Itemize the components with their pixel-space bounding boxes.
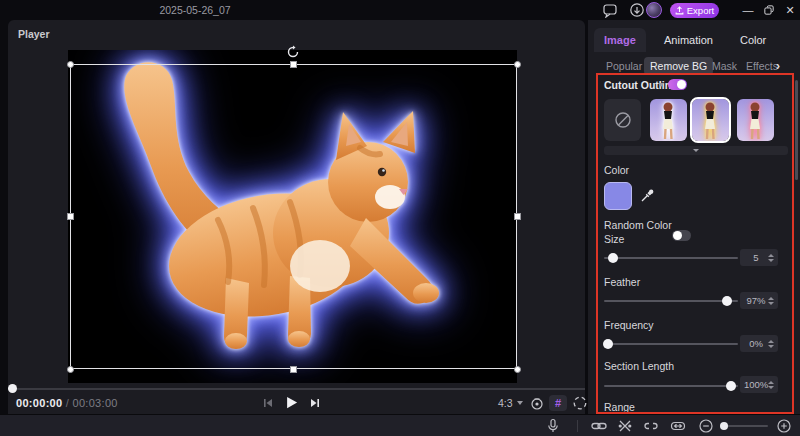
timecode: 00:00:00 / 00:03:00 [16,397,118,409]
size-slider[interactable] [604,253,738,263]
minimize-button[interactable]: — [740,2,756,18]
fullscreen-icon[interactable] [572,395,588,411]
previous-frame-icon[interactable] [262,397,274,409]
zoom-in-icon[interactable] [776,418,792,434]
frequency-slider[interactable] [604,339,738,349]
selection-handle-bottom-right[interactable] [514,366,521,373]
selection-handle-middle-left[interactable] [67,213,74,220]
cutout-caret-icon[interactable] [658,83,664,87]
filmora-window: 2025-05-26_07 Export — ✕ Player [0,0,800,436]
player-panel: Player [8,20,585,414]
export-upload-icon [675,6,684,15]
subtabs-scroll-right-icon[interactable]: › [776,59,780,73]
color-swatch[interactable] [604,182,632,210]
tab-color[interactable]: Color [730,28,776,52]
outline-preset-white[interactable] [650,99,687,141]
presets-expand-bar[interactable] [604,146,788,155]
subtab-popular[interactable]: Popular [600,57,648,75]
size-value-box[interactable]: 5 [740,249,778,266]
section-length-value: 100% [744,379,768,390]
grid-icon[interactable]: # [549,395,567,411]
timeline-zoom-knob[interactable] [720,422,728,430]
link-icon[interactable] [591,418,607,434]
export-button[interactable]: Export [670,3,719,18]
timecode-current: 00:00:00 [16,397,62,409]
close-button[interactable]: ✕ [782,2,798,18]
size-value: 5 [744,252,768,263]
frequency-stepper-icons[interactable] [768,340,774,348]
tab-image[interactable]: Image [594,28,646,52]
aspect-ratio-selector[interactable]: 4:3 [498,397,523,409]
frequency-value-box[interactable]: 0% [740,335,778,352]
eyedropper-icon[interactable] [640,187,656,203]
snapshot-icon[interactable] [529,395,545,411]
project-title: 2025-05-26_07 [100,4,290,16]
feather-value-box[interactable]: 97% [740,292,778,309]
frequency-label: Frequency [604,319,654,331]
subtab-mask[interactable]: Mask [706,57,743,75]
microphone-icon[interactable] [545,418,561,434]
title-bar: 2025-05-26_07 Export — ✕ [0,0,800,20]
timecode-separator: / [66,397,69,409]
seek-bar[interactable] [8,388,585,390]
zoom-out-icon[interactable] [698,418,714,434]
selection-handle-top-left[interactable] [67,61,74,68]
tab-animation[interactable]: Animation [654,28,723,52]
play-icon[interactable] [284,395,299,410]
size-label: Size [604,233,624,245]
panel-scrollbar[interactable] [795,80,798,180]
download-icon[interactable] [629,2,645,18]
bottom-toolbar [0,414,800,436]
section-length-value-box[interactable]: 100% [740,376,778,393]
subtab-remove-bg[interactable]: Remove BG [644,57,713,75]
color-label: Color [604,164,629,176]
none-icon [613,110,633,130]
selection-handle-top-center[interactable] [290,61,297,68]
feather-value: 97% [744,295,768,306]
cat-with-glow-outline [68,50,517,383]
timecode-total: 00:03:00 [73,397,118,409]
preview-canvas[interactable] [68,50,517,383]
preset-thumbnail-figure [737,99,774,141]
selection-handle-bottom-left[interactable] [67,366,74,373]
selection-handle-bottom-center[interactable] [290,366,297,373]
fit-timeline-icon[interactable] [670,418,686,434]
selection-handle-middle-right[interactable] [514,213,521,220]
toolbar-divider [577,420,578,432]
outline-preset-yellow[interactable] [692,99,729,141]
section-length-slider[interactable] [604,381,738,391]
cutout-outline-title: Cutout Outline [604,79,677,91]
export-label: Export [687,5,714,16]
timeline-zoom-slider[interactable] [722,425,768,427]
range-label: Range [604,401,635,413]
random-color-toggle[interactable] [672,230,691,241]
expand-caret-icon [693,149,699,152]
player-panel-title: Player [18,28,50,40]
properties-panel: Image Animation Color Popular Remove BG … [588,20,800,436]
next-frame-icon[interactable] [309,397,321,409]
section-length-stepper-icons[interactable] [768,381,774,389]
preset-thumbnail-figure [650,99,687,141]
preset-thumbnail-figure [692,99,729,141]
seek-knob[interactable] [8,384,17,393]
aspect-caret-icon [517,401,523,405]
rotate-handle-icon[interactable] [286,45,300,59]
outline-preset-pink[interactable] [737,99,774,141]
unlink-icon[interactable] [643,418,659,434]
random-color-label: Random Color [604,219,672,231]
cutout-outline-toggle[interactable] [668,79,687,90]
size-stepper-icons[interactable] [768,254,774,262]
feather-slider[interactable] [604,296,738,306]
feather-label: Feather [604,276,640,288]
outline-preset-none[interactable] [604,99,641,141]
feather-stepper-icons[interactable] [768,297,774,305]
frequency-value: 0% [744,338,768,349]
restore-button[interactable] [761,2,777,18]
transport-controls [262,395,321,410]
user-avatar[interactable] [646,2,662,18]
selection-handle-top-right[interactable] [514,61,521,68]
section-length-label: Section Length [604,360,674,372]
split-icon[interactable] [617,418,633,434]
feedback-icon[interactable] [602,2,618,18]
aspect-ratio-value: 4:3 [498,397,513,409]
